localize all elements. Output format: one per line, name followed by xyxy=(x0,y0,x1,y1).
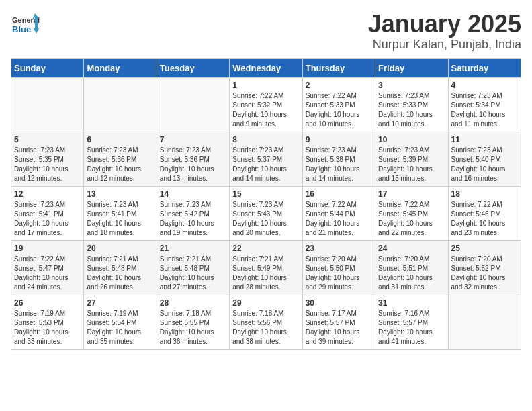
day-info: Sunrise: 7:22 AM Sunset: 5:47 PM Dayligh… xyxy=(14,255,81,292)
day-info: Sunrise: 7:21 AM Sunset: 5:48 PM Dayligh… xyxy=(87,255,153,292)
month-title: January 2025 xyxy=(368,11,521,38)
day-number: 5 xyxy=(14,135,81,144)
day-info: Sunrise: 7:23 AM Sunset: 5:38 PM Dayligh… xyxy=(306,146,372,183)
calendar-cell: 15Sunrise: 7:23 AM Sunset: 5:43 PM Dayli… xyxy=(230,186,302,240)
day-info: Sunrise: 7:20 AM Sunset: 5:50 PM Dayligh… xyxy=(306,255,372,292)
calendar-cell: 16Sunrise: 7:22 AM Sunset: 5:44 PM Dayli… xyxy=(302,186,375,240)
day-info: Sunrise: 7:23 AM Sunset: 5:36 PM Dayligh… xyxy=(87,146,153,183)
day-number: 13 xyxy=(87,189,153,199)
calendar-cell: 11Sunrise: 7:23 AM Sunset: 5:40 PM Dayli… xyxy=(448,132,521,186)
day-number: 3 xyxy=(378,81,445,90)
calendar-cell: 10Sunrise: 7:23 AM Sunset: 5:39 PM Dayli… xyxy=(375,132,448,186)
day-info: Sunrise: 7:18 AM Sunset: 5:55 PM Dayligh… xyxy=(160,309,226,347)
day-number: 21 xyxy=(160,244,226,253)
day-number: 8 xyxy=(232,135,299,144)
day-info: Sunrise: 7:23 AM Sunset: 5:41 PM Dayligh… xyxy=(14,200,81,238)
day-number: 4 xyxy=(451,81,518,90)
day-number: 1 xyxy=(232,81,299,90)
calendar-cell: 9Sunrise: 7:23 AM Sunset: 5:38 PM Daylig… xyxy=(302,132,375,186)
day-number: 26 xyxy=(14,298,81,308)
day-info: Sunrise: 7:21 AM Sunset: 5:48 PM Dayligh… xyxy=(160,255,226,292)
day-number: 28 xyxy=(160,298,226,308)
day-info: Sunrise: 7:16 AM Sunset: 5:57 PM Dayligh… xyxy=(378,309,445,347)
weekday-header-wednesday: Wednesday xyxy=(230,58,302,77)
title-block: January 2025 Nurpur Kalan, Punjab, India xyxy=(368,11,521,52)
day-info: Sunrise: 7:20 AM Sunset: 5:52 PM Dayligh… xyxy=(451,255,518,292)
day-number: 16 xyxy=(306,189,372,199)
calendar-cell: 6Sunrise: 7:23 AM Sunset: 5:36 PM Daylig… xyxy=(84,132,157,186)
location-title: Nurpur Kalan, Punjab, India xyxy=(368,38,521,52)
weekday-header-saturday: Saturday xyxy=(448,58,521,77)
day-number: 12 xyxy=(14,189,81,199)
calendar-cell: 31Sunrise: 7:16 AM Sunset: 5:57 PM Dayli… xyxy=(375,295,448,349)
weekday-header-tuesday: Tuesday xyxy=(157,58,229,77)
day-info: Sunrise: 7:22 AM Sunset: 5:45 PM Dayligh… xyxy=(378,200,445,238)
calendar-cell: 2Sunrise: 7:22 AM Sunset: 5:33 PM Daylig… xyxy=(302,77,375,132)
calendar-cell: 1Sunrise: 7:22 AM Sunset: 5:32 PM Daylig… xyxy=(230,77,302,132)
calendar-cell: 13Sunrise: 7:23 AM Sunset: 5:41 PM Dayli… xyxy=(84,186,157,240)
day-info: Sunrise: 7:22 AM Sunset: 5:32 PM Dayligh… xyxy=(232,91,299,129)
weekday-header-thursday: Thursday xyxy=(302,58,375,77)
day-number: 10 xyxy=(378,135,445,144)
weekday-header-friday: Friday xyxy=(375,58,448,77)
calendar-cell: 5Sunrise: 7:23 AM Sunset: 5:35 PM Daylig… xyxy=(11,132,84,186)
day-info: Sunrise: 7:21 AM Sunset: 5:49 PM Dayligh… xyxy=(232,255,299,292)
day-info: Sunrise: 7:23 AM Sunset: 5:39 PM Dayligh… xyxy=(378,146,445,183)
day-info: Sunrise: 7:22 AM Sunset: 5:33 PM Dayligh… xyxy=(306,91,372,129)
calendar-cell xyxy=(448,295,521,349)
day-info: Sunrise: 7:19 AM Sunset: 5:54 PM Dayligh… xyxy=(87,309,153,347)
calendar-cell: 24Sunrise: 7:20 AM Sunset: 5:51 PM Dayli… xyxy=(375,240,448,295)
day-info: Sunrise: 7:22 AM Sunset: 5:44 PM Dayligh… xyxy=(306,200,372,238)
calendar-cell: 30Sunrise: 7:17 AM Sunset: 5:57 PM Dayli… xyxy=(302,295,375,349)
calendar-cell: 29Sunrise: 7:18 AM Sunset: 5:56 PM Dayli… xyxy=(230,295,302,349)
day-info: Sunrise: 7:18 AM Sunset: 5:56 PM Dayligh… xyxy=(232,309,299,347)
day-number: 24 xyxy=(378,244,445,253)
day-number: 18 xyxy=(451,189,518,199)
day-number: 9 xyxy=(306,135,372,144)
day-number: 15 xyxy=(232,189,299,199)
day-info: Sunrise: 7:23 AM Sunset: 5:33 PM Dayligh… xyxy=(378,91,445,129)
calendar-cell: 22Sunrise: 7:21 AM Sunset: 5:49 PM Dayli… xyxy=(230,240,302,295)
day-number: 23 xyxy=(306,244,372,253)
calendar-cell: 25Sunrise: 7:20 AM Sunset: 5:52 PM Dayli… xyxy=(448,240,521,295)
calendar-cell: 8Sunrise: 7:23 AM Sunset: 5:37 PM Daylig… xyxy=(230,132,302,186)
calendar-cell: 4Sunrise: 7:23 AM Sunset: 5:34 PM Daylig… xyxy=(448,77,521,132)
day-info: Sunrise: 7:23 AM Sunset: 5:36 PM Dayligh… xyxy=(160,146,226,183)
calendar-cell: 18Sunrise: 7:22 AM Sunset: 5:46 PM Dayli… xyxy=(448,186,521,240)
weekday-header-sunday: Sunday xyxy=(11,58,84,77)
day-number: 14 xyxy=(160,189,226,199)
calendar-cell: 12Sunrise: 7:23 AM Sunset: 5:41 PM Dayli… xyxy=(11,186,84,240)
calendar-cell xyxy=(84,77,157,132)
calendar-cell: 17Sunrise: 7:22 AM Sunset: 5:45 PM Dayli… xyxy=(375,186,448,240)
calendar-cell: 20Sunrise: 7:21 AM Sunset: 5:48 PM Dayli… xyxy=(84,240,157,295)
calendar-table: SundayMondayTuesdayWednesdayThursdayFrid… xyxy=(11,58,521,350)
calendar-cell: 27Sunrise: 7:19 AM Sunset: 5:54 PM Dayli… xyxy=(84,295,157,349)
day-number: 7 xyxy=(160,135,226,144)
day-number: 31 xyxy=(378,298,445,308)
svg-text:Blue: Blue xyxy=(12,24,31,34)
weekday-header-monday: Monday xyxy=(84,58,157,77)
day-number: 27 xyxy=(87,298,153,308)
day-info: Sunrise: 7:23 AM Sunset: 5:37 PM Dayligh… xyxy=(232,146,299,183)
day-info: Sunrise: 7:23 AM Sunset: 5:42 PM Dayligh… xyxy=(160,200,226,238)
day-info: Sunrise: 7:23 AM Sunset: 5:35 PM Dayligh… xyxy=(14,146,81,183)
day-number: 25 xyxy=(451,244,518,253)
day-number: 2 xyxy=(306,81,372,90)
logo-svg: General Blue xyxy=(11,11,40,40)
calendar-cell: 7Sunrise: 7:23 AM Sunset: 5:36 PM Daylig… xyxy=(157,132,229,186)
calendar-cell: 19Sunrise: 7:22 AM Sunset: 5:47 PM Dayli… xyxy=(11,240,84,295)
day-info: Sunrise: 7:19 AM Sunset: 5:53 PM Dayligh… xyxy=(14,309,81,347)
day-number: 29 xyxy=(232,298,299,308)
day-number: 6 xyxy=(87,135,153,144)
calendar-cell: 28Sunrise: 7:18 AM Sunset: 5:55 PM Dayli… xyxy=(157,295,229,349)
day-number: 22 xyxy=(232,244,299,253)
calendar-cell xyxy=(157,77,229,132)
calendar-cell: 3Sunrise: 7:23 AM Sunset: 5:33 PM Daylig… xyxy=(375,77,448,132)
day-info: Sunrise: 7:23 AM Sunset: 5:43 PM Dayligh… xyxy=(232,200,299,238)
day-number: 17 xyxy=(378,189,445,199)
day-number: 11 xyxy=(451,135,518,144)
calendar-cell: 21Sunrise: 7:21 AM Sunset: 5:48 PM Dayli… xyxy=(157,240,229,295)
logo: General Blue xyxy=(11,11,40,40)
day-number: 30 xyxy=(306,298,372,308)
page-header: General Blue January 2025 Nurpur Kalan, … xyxy=(11,11,521,52)
